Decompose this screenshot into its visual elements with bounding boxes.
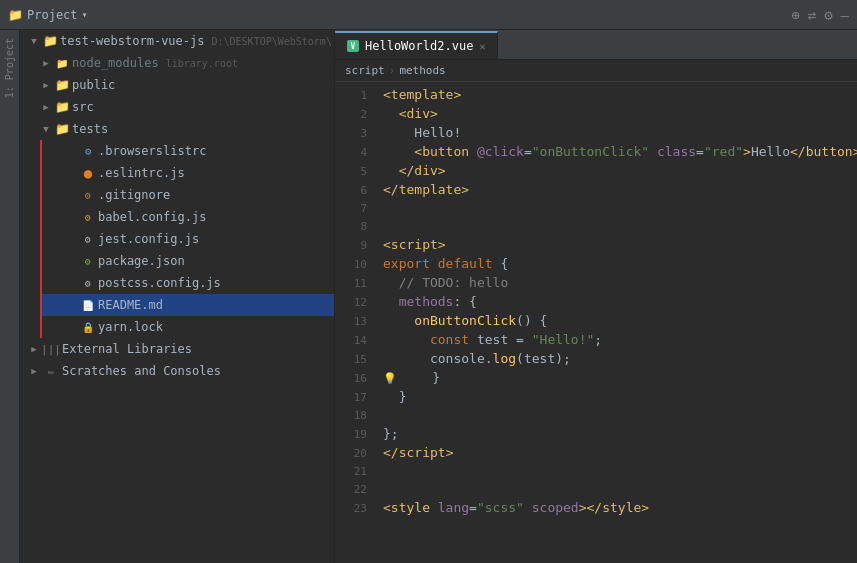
src-icon: 📁 — [55, 100, 69, 114]
tests-label: tests — [72, 122, 108, 136]
ext-lib-icon: ||| — [44, 342, 58, 356]
line-number: 18 — [339, 407, 379, 425]
line-content: <style lang="scss" scoped></style> — [379, 499, 857, 517]
code-line: 11 // TODO: hello — [335, 274, 857, 293]
code-line: 12 methods: { — [335, 293, 857, 312]
line-number: 6 — [339, 182, 379, 200]
yarn-lock-label: yarn.lock — [98, 320, 163, 334]
tree-node-modules[interactable]: 📁 node_modules library.root — [20, 52, 334, 74]
code-line: 1<template> — [335, 86, 857, 105]
tree-src[interactable]: 📁 src — [20, 96, 334, 118]
line-number: 20 — [339, 445, 379, 463]
line-content: <button @click="onButtonClick" class="re… — [379, 143, 857, 161]
public-arrow — [40, 79, 52, 91]
scratches-label: Scratches and Consoles — [62, 364, 221, 378]
code-line: 13 onButtonClick() { — [335, 312, 857, 331]
top-bar: 📁 Project ▾ ⊕ ⇄ ⚙ — — [0, 0, 857, 30]
tree-scratches[interactable]: ✏ Scratches and Consoles — [20, 360, 334, 382]
root-folder-icon: 📁 — [43, 34, 57, 48]
jest-icon: ⚙ — [81, 232, 95, 246]
code-line: 15 console.log(test); — [335, 350, 857, 369]
line-number: 19 — [339, 426, 379, 444]
src-label: src — [72, 100, 94, 114]
line-number: 4 — [339, 144, 379, 162]
breadcrumb-part2[interactable]: methods — [399, 64, 445, 77]
tests-arrow — [40, 123, 52, 135]
code-line: 5 </div> — [335, 162, 857, 181]
code-line: 21 — [335, 463, 857, 481]
folder-icon: 📁 — [8, 8, 23, 22]
breadcrumb-part1[interactable]: script — [345, 64, 385, 77]
project-label[interactable]: Project — [27, 8, 78, 22]
editor-tabs: V HelloWorld2.vue ✕ — [335, 30, 857, 60]
line-content: console.log(test); — [379, 350, 857, 368]
tab-close-button[interactable]: ✕ — [479, 41, 485, 52]
browserslistrc-icon: ⚙ — [81, 144, 95, 158]
line-content: }; — [379, 425, 857, 443]
project-dropdown-icon[interactable]: ▾ — [82, 9, 88, 20]
swap-icon[interactable]: ⇄ — [808, 7, 816, 23]
red-border-section: ⚙ .browserslistrc ● .eslintrc.js ⚙ .giti… — [40, 140, 334, 338]
root-path: D:\DESKTOP\WebStorm\ — [212, 36, 332, 47]
sidebar-tab-label[interactable]: 1: Project — [4, 38, 15, 98]
line-number: 16 — [339, 370, 379, 388]
src-arrow — [40, 101, 52, 113]
code-line: 2 <div> — [335, 105, 857, 124]
root-arrow — [28, 35, 40, 47]
package-json-icon: ⚙ — [81, 254, 95, 268]
editor-tab-helloworld2[interactable]: V HelloWorld2.vue ✕ — [335, 31, 498, 59]
code-line: 18 — [335, 407, 857, 425]
public-label: public — [72, 78, 115, 92]
postcss-label: postcss.config.js — [98, 276, 221, 290]
babel-icon: ⚙ — [81, 210, 95, 224]
tree-babel[interactable]: ⚙ babel.config.js — [42, 206, 334, 228]
eslintrc-label: .eslintrc.js — [98, 166, 185, 180]
node-modules-badge: library.root — [166, 58, 238, 69]
tree-tests[interactable]: 📁 tests — [20, 118, 334, 140]
editor-panel: V HelloWorld2.vue ✕ script › methods 1<t… — [335, 30, 857, 563]
line-number: 12 — [339, 294, 379, 312]
code-line: 22 — [335, 481, 857, 499]
tree-external-libraries[interactable]: ||| External Libraries — [20, 338, 334, 360]
readme-icon: 📄 — [81, 298, 95, 312]
line-number: 9 — [339, 237, 379, 255]
line-number: 10 — [339, 256, 379, 274]
tab-label: HelloWorld2.vue — [365, 39, 473, 53]
line-number: 1 — [339, 87, 379, 105]
code-line: 19}; — [335, 425, 857, 444]
gitignore-label: .gitignore — [98, 188, 170, 202]
code-line: 23<style lang="scss" scoped></style> — [335, 499, 857, 518]
postcss-icon: ⚙ — [81, 276, 95, 290]
line-content: // TODO: hello — [379, 274, 857, 292]
line-content: } — [379, 388, 857, 406]
node-modules-label: node_modules — [72, 56, 159, 70]
tree-jest[interactable]: ⚙ jest.config.js — [42, 228, 334, 250]
ext-lib-label: External Libraries — [62, 342, 192, 356]
code-line: 3 Hello! — [335, 124, 857, 143]
tree-gitignore[interactable]: ⚙ .gitignore — [42, 184, 334, 206]
tree-root[interactable]: 📁 test-webstorm-vue-js D:\DESKTOP\WebSto… — [20, 30, 334, 52]
vue-file-icon: V — [347, 40, 359, 52]
tree-browserslistrc[interactable]: ⚙ .browserslistrc — [42, 140, 334, 162]
line-content: const test = "Hello!"; — [379, 331, 857, 349]
line-content: <div> — [379, 105, 857, 123]
gitignore-icon: ⚙ — [81, 188, 95, 202]
tree-yarn-lock[interactable]: 🔒 yarn.lock — [42, 316, 334, 338]
eslintrc-icon: ● — [81, 166, 95, 180]
minimize-icon[interactable]: — — [841, 7, 849, 23]
tree-public[interactable]: 📁 public — [20, 74, 334, 96]
code-line: 4 <button @click="onButtonClick" class="… — [335, 143, 857, 162]
tree-readme[interactable]: 📄 README.md — [42, 294, 334, 316]
file-tree-panel: 📁 test-webstorm-vue-js D:\DESKTOP\WebSto… — [20, 30, 335, 563]
tree-eslintrc[interactable]: ● .eslintrc.js — [42, 162, 334, 184]
line-number: 14 — [339, 332, 379, 350]
breadcrumb-sep: › — [389, 64, 396, 77]
add-icon[interactable]: ⊕ — [791, 7, 799, 23]
tree-package-json[interactable]: ⚙ package.json — [42, 250, 334, 272]
settings-icon[interactable]: ⚙ — [824, 7, 832, 23]
file-tree-body: 📁 test-webstorm-vue-js D:\DESKTOP\WebSto… — [20, 30, 334, 563]
code-editor[interactable]: 1<template>2 <div>3 Hello!4 <button @cli… — [335, 82, 857, 563]
line-number: 17 — [339, 389, 379, 407]
package-json-label: package.json — [98, 254, 185, 268]
tree-postcss[interactable]: ⚙ postcss.config.js — [42, 272, 334, 294]
